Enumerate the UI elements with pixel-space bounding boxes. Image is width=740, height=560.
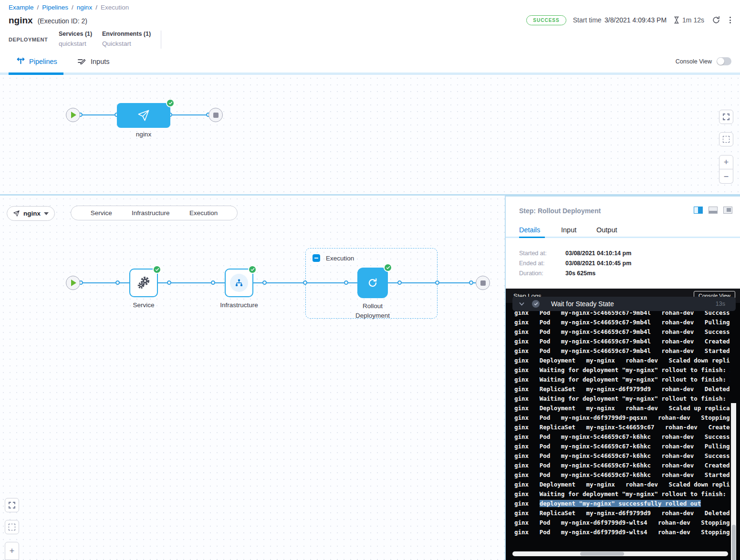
stage-node-label: nginx — [117, 131, 170, 138]
log-line: ginx Deployment my-nginx rohan-dev Scale… — [514, 356, 730, 365]
stage-tab-service[interactable]: Service — [91, 209, 112, 217]
step-node-label: Rollout Deployment — [339, 301, 406, 321]
infrastructure-disc — [230, 274, 248, 292]
stage-node-nginx[interactable] — [117, 103, 170, 128]
tab-inputs[interactable]: Inputs — [77, 50, 110, 73]
refresh-button[interactable] — [711, 15, 721, 25]
log-line: ginx Deployment my-nginx rohan-dev Scale… — [514, 404, 730, 413]
log-line: ginx Pod my-nginx-d6f9799d9-wlts4 rohan-… — [514, 528, 730, 537]
toggle-knob — [717, 58, 724, 65]
pipeline-canvas-top[interactable]: nginx + − — [0, 75, 740, 194]
inputs-icon — [77, 57, 86, 65]
end-node[interactable] — [208, 108, 223, 122]
pipeline-canvas-stage[interactable]: nginx Service Infrastructure Execution E… — [0, 196, 505, 560]
marquee-icon — [9, 524, 15, 530]
collapse-group-button[interactable] — [313, 254, 320, 262]
divider — [161, 31, 161, 49]
zoom-in-button[interactable]: + — [719, 155, 733, 169]
connector-dot — [211, 280, 215, 285]
duration-value: 1m 12s — [682, 16, 704, 24]
scrollbar-thumb[interactable] — [732, 525, 736, 560]
log-line: ginx Waiting for deployment "my-nginx" r… — [514, 365, 730, 375]
breadcrumb-example[interactable]: Example — [9, 4, 34, 11]
log-line: ginx Pod my-nginx-d6f9799d9-pqsxn rohan-… — [514, 413, 730, 423]
title-row: nginx (Execution ID: 2) — [9, 15, 87, 26]
zoom-out-button[interactable]: − — [719, 169, 733, 184]
start-node[interactable] — [66, 276, 80, 290]
step-node-rollout-deployment[interactable] — [357, 268, 388, 298]
environments-value: Quickstart — [102, 40, 151, 47]
success-check-icon — [166, 99, 175, 107]
services-value: quickstart — [59, 40, 92, 47]
fit-to-screen-button[interactable] — [5, 520, 19, 534]
breadcrumb-pipelines[interactable]: Pipelines — [42, 4, 68, 11]
breadcrumb-separator: / — [95, 4, 97, 11]
log-line: ginx Pod my-nginx-5c46659c67-9mb4l rohan… — [514, 346, 730, 356]
view-tabbar: Pipelines Inputs Console View — [0, 50, 740, 75]
step-node-infrastructure[interactable] — [225, 269, 253, 297]
end-node[interactable] — [476, 276, 490, 290]
log-line: ginx Pod my-nginx-5c46659c67-k6hkc rohan… — [514, 451, 730, 461]
stage-tab-infrastructure[interactable]: Infrastructure — [132, 209, 170, 217]
layout-right-panel-icon[interactable] — [723, 207, 732, 214]
fit-to-screen-button[interactable] — [719, 132, 733, 146]
stage-tab-execution[interactable]: Execution — [189, 209, 218, 217]
layout-right-split-icon[interactable] — [694, 207, 703, 214]
console-view-control: Console View — [676, 50, 731, 73]
success-check-icon — [384, 263, 392, 272]
marquee-icon — [723, 136, 730, 143]
log-line: ginx ReplicaSet my-nginx-d6f9799d9 rohan… — [514, 384, 730, 394]
plus-icon: + — [724, 158, 729, 166]
start-node[interactable] — [66, 108, 80, 122]
step-details-panel: Step: Rollout Deployment Details Input O… — [505, 196, 740, 560]
layout-bottom-split-icon[interactable] — [709, 207, 718, 214]
log-line: ginx Waiting for deployment "my-nginx" r… — [514, 375, 730, 384]
stage-selector-label: nginx — [23, 210, 41, 217]
chevron-down-icon — [44, 212, 49, 215]
zoom-in-button[interactable]: + — [5, 542, 19, 560]
tab-details[interactable]: Details — [519, 226, 540, 234]
scrollbar-thumb[interactable] — [580, 552, 624, 556]
breadcrumb-separator: / — [37, 4, 39, 11]
status-badge: SUCCESS — [526, 15, 566, 25]
fullscreen-button[interactable] — [5, 498, 19, 512]
fullscreen-icon — [8, 501, 16, 509]
play-icon — [71, 280, 76, 286]
gears-icon — [136, 275, 151, 290]
fullscreen-icon — [722, 113, 730, 121]
tab-output[interactable]: Output — [596, 226, 617, 234]
console-view-toggle[interactable] — [717, 57, 731, 65]
tab-pipelines[interactable]: Pipelines — [17, 50, 57, 73]
pipelines-icon — [17, 57, 25, 65]
step-logs-section: Step Logs Console View Wait for Steady S… — [506, 289, 740, 560]
log-line: ginx Pod my-nginx-5c46659c67-k6hkc rohan… — [514, 461, 730, 470]
success-check-icon — [248, 265, 257, 274]
log-horizontal-scrollbar[interactable] — [512, 551, 728, 556]
connector-dot — [167, 280, 171, 285]
breadcrumb-nginx[interactable]: nginx — [77, 4, 92, 11]
stop-icon — [213, 113, 219, 118]
step-node-service[interactable] — [129, 269, 158, 297]
tab-pipelines-label: Pipelines — [29, 58, 57, 65]
tab-underline-active — [9, 73, 63, 75]
tab-inputs-label: Inputs — [91, 58, 110, 65]
fullscreen-button[interactable] — [719, 110, 733, 124]
environments-summary[interactable]: Environments (1) Quickstart — [102, 31, 151, 47]
connector-dot — [262, 280, 267, 285]
minus-icon: − — [724, 172, 729, 181]
log-line: ginx Pod my-nginx-5c46659c67-k6hkc rohan… — [514, 432, 730, 442]
plus-icon: + — [10, 547, 15, 555]
stage-selector-dropdown[interactable]: nginx — [7, 206, 55, 221]
services-summary[interactable]: Services (1) quickstart — [59, 31, 92, 47]
sitemap-icon — [235, 279, 243, 287]
breadcrumb-current: Execution — [101, 4, 129, 11]
more-options-button[interactable] — [728, 15, 732, 25]
stop-icon — [480, 280, 486, 286]
log-lines[interactable]: ginx Pod my-nginx-5c46659c67-9mb4l rohan… — [514, 308, 730, 547]
step-panel-title: Step: Rollout Deployment — [519, 207, 601, 215]
ended-at-label: Ended at: — [519, 260, 545, 267]
log-line: ginx Waiting for deployment "my-nginx" r… — [514, 394, 730, 404]
log-section-wait-for-steady-state[interactable]: Wait for Steady State 13s — [512, 297, 736, 311]
tab-input[interactable]: Input — [561, 226, 576, 234]
log-vertical-scrollbar[interactable] — [731, 403, 736, 560]
